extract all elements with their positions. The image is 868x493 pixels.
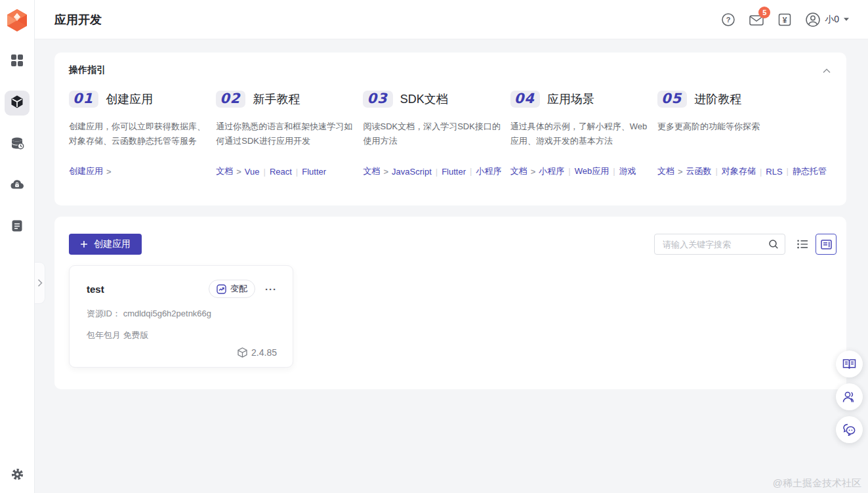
community-fab-button[interactable] bbox=[836, 383, 863, 410]
guide-step-5: 05 进阶教程 更多更高阶的功能等你探索 文档 > 云函数 对象存储 RLS 静… bbox=[657, 87, 832, 177]
dashboard-grid-icon bbox=[10, 54, 24, 70]
step-links: 文档 > Vue React Flutter bbox=[216, 165, 358, 177]
card-view-button[interactable] bbox=[816, 234, 837, 255]
docs-link[interactable]: 文档 bbox=[657, 165, 674, 177]
guide-step-1: 01 创建应用 创建应用，你可以立即获得数据库、对象存储、云函数静态托管等服务 … bbox=[69, 87, 216, 177]
sidebar bbox=[0, 0, 35, 493]
sidebar-nav bbox=[5, 49, 30, 240]
chevron-right-icon bbox=[37, 279, 43, 287]
tag-link[interactable]: 静态托管 bbox=[783, 165, 827, 177]
version-row: 2.4.85 bbox=[87, 347, 277, 358]
more-actions-button[interactable]: ··· bbox=[265, 284, 277, 294]
help-icon: ? bbox=[721, 12, 735, 27]
header-actions: ? 5 ¥ bbox=[720, 12, 850, 28]
svg-text:¥: ¥ bbox=[783, 15, 787, 24]
list-view-icon bbox=[797, 240, 808, 249]
step-number: 02 bbox=[216, 91, 245, 108]
tag-link[interactable]: 游戏 bbox=[609, 165, 636, 177]
watermark: @稀土掘金技术社区 bbox=[773, 477, 861, 490]
step-title: 应用场景 bbox=[547, 91, 594, 107]
app-version: 2.4.85 bbox=[251, 347, 277, 358]
apps-panel: 创建应用 bbox=[54, 217, 846, 389]
settings-gear-icon[interactable] bbox=[5, 461, 30, 486]
sidebar-item-docs[interactable] bbox=[5, 215, 30, 240]
billing-button[interactable]: ¥ bbox=[777, 12, 793, 28]
docs-link[interactable]: 文档 bbox=[216, 165, 233, 177]
create-app-link[interactable]: 创建应用 bbox=[69, 165, 103, 177]
sidebar-item-overview[interactable] bbox=[5, 49, 30, 74]
chevron-up-icon bbox=[823, 68, 831, 74]
step-description: 阅读SDK文档，深入学习SDK接口的使用方法 bbox=[363, 119, 505, 150]
tag-link[interactable]: 小程序 bbox=[466, 165, 501, 177]
step-description: 通过你熟悉的语言和框架快速学习如何通过SDK进行应用开发 bbox=[216, 119, 358, 150]
tag-link[interactable]: RLS bbox=[756, 167, 783, 177]
link-arrow: > bbox=[236, 167, 241, 177]
tag-link[interactable]: JavaScript bbox=[392, 167, 432, 177]
help-button[interactable]: ? bbox=[720, 12, 736, 28]
step-description: 创建应用，你可以立即获得数据库、对象存储、云函数静态托管等服务 bbox=[69, 119, 211, 150]
app-layout: 应用开发 ? 5 bbox=[0, 0, 868, 493]
trend-up-icon bbox=[217, 284, 226, 294]
step-description: 通过具体的示例，了解小程序、Web应用、游戏开发的基本方法 bbox=[510, 119, 652, 150]
create-app-button[interactable]: 创建应用 bbox=[69, 234, 142, 255]
docs-link[interactable]: 文档 bbox=[363, 165, 380, 177]
sidebar-item-storage[interactable] bbox=[5, 173, 30, 198]
avatar-icon bbox=[805, 12, 821, 28]
guide-panel: 操作指引 01 创建应用 创建应用，你可以立即获得数据库、对象存储、云函数静态托… bbox=[54, 53, 846, 205]
billing-icon: ¥ bbox=[777, 12, 792, 27]
user-name: 小0 bbox=[825, 14, 839, 26]
plus-icon bbox=[80, 240, 88, 248]
tag-link[interactable]: 对象存储 bbox=[712, 165, 756, 177]
app-card-test[interactable]: test 变配 ··· bbox=[69, 265, 293, 368]
step-number: 05 bbox=[657, 91, 687, 108]
step-links: 创建应用 > bbox=[69, 165, 211, 177]
guide-step-2: 02 新手教程 通过你熟悉的语言和框架快速学习如何通过SDK进行应用开发 文档 … bbox=[216, 87, 363, 177]
notification-count-badge: 5 bbox=[758, 7, 770, 18]
guide-step-3: 03 SDK文档 阅读SDK文档，深入学习SDK接口的使用方法 文档 > Jav… bbox=[363, 87, 510, 177]
search-box bbox=[654, 234, 785, 255]
docs-link[interactable]: 文档 bbox=[510, 165, 527, 177]
step-links: 文档 > JavaScript Flutter 小程序 bbox=[363, 165, 505, 177]
notifications-button[interactable]: 5 bbox=[749, 12, 764, 28]
book-icon bbox=[842, 358, 856, 370]
chat-bubbles-icon bbox=[842, 423, 856, 436]
cloud-lock-icon bbox=[10, 177, 24, 194]
resource-id-row: 资源ID： cmdldqi5g6h2petnk66g bbox=[87, 308, 277, 320]
tag-link[interactable]: React bbox=[259, 167, 291, 177]
create-app-button-label: 创建应用 bbox=[94, 238, 131, 250]
tag-link[interactable]: Web应用 bbox=[564, 165, 609, 177]
step-number: 01 bbox=[69, 91, 98, 108]
main-column: 应用开发 ? 5 bbox=[35, 0, 868, 493]
tag-link[interactable]: Flutter bbox=[292, 167, 326, 177]
document-icon bbox=[10, 219, 24, 235]
resize-plan-label: 变配 bbox=[230, 283, 247, 295]
resize-plan-button[interactable]: 变配 bbox=[209, 280, 255, 298]
user-menu[interactable]: 小0 bbox=[805, 12, 850, 28]
tag-link[interactable]: Vue bbox=[245, 167, 260, 177]
step-links: 文档 > 云函数 对象存储 RLS 静态托管 bbox=[657, 165, 827, 177]
app-name: test bbox=[87, 284, 104, 295]
guide-collapse-button[interactable] bbox=[819, 63, 835, 79]
sidebar-item-database[interactable] bbox=[5, 132, 30, 157]
apps-toolbar: 创建应用 bbox=[69, 234, 837, 255]
docs-fab-button[interactable] bbox=[836, 351, 863, 377]
card-view-icon bbox=[821, 240, 832, 249]
package-icon bbox=[238, 347, 247, 358]
top-header: 应用开发 ? 5 bbox=[35, 0, 868, 39]
tag-link[interactable]: 云函数 bbox=[686, 165, 712, 177]
search-input[interactable] bbox=[663, 240, 768, 249]
sidebar-collapse-handle[interactable] bbox=[35, 262, 45, 304]
tag-link[interactable]: 小程序 bbox=[539, 165, 564, 177]
view-toggles bbox=[792, 234, 837, 255]
app-card-header: test 变配 ··· bbox=[87, 280, 277, 298]
support-chat-fab-button[interactable] bbox=[836, 416, 863, 443]
tag-link[interactable]: Flutter bbox=[432, 167, 466, 177]
step-number: 03 bbox=[363, 91, 392, 108]
step-number: 04 bbox=[510, 91, 540, 108]
search-icon[interactable] bbox=[768, 239, 779, 249]
list-view-button[interactable] bbox=[792, 234, 813, 255]
database-icon bbox=[10, 137, 24, 153]
sidebar-item-app-dev[interactable] bbox=[5, 91, 30, 116]
cloudbase-logo-icon[interactable] bbox=[5, 7, 30, 33]
resource-id-label: 资源ID： bbox=[87, 309, 121, 318]
